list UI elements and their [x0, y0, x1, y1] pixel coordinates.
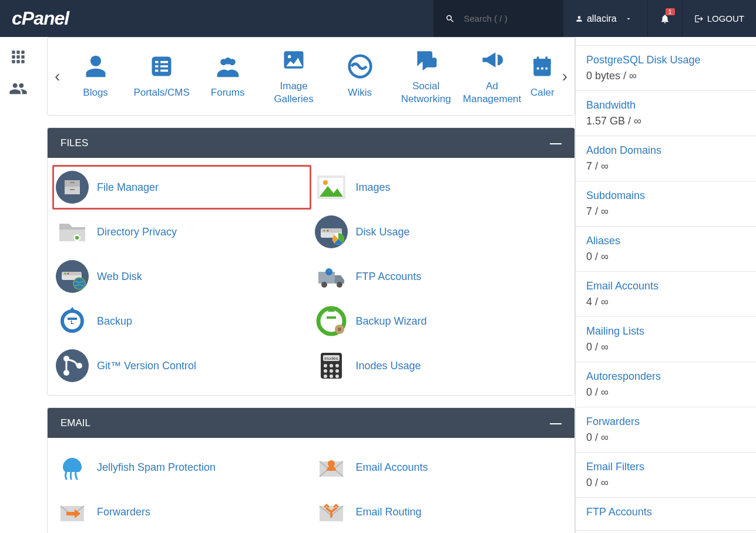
ftp-accounts-item[interactable]: FTP Accounts: [311, 254, 570, 299]
calculator-icon: inodes: [315, 349, 348, 382]
stat-autoresponders[interactable]: Autoresponders0 / ∞: [576, 362, 756, 407]
app-portals[interactable]: Portals/CMS: [129, 53, 195, 99]
svg-rect-24: [70, 189, 75, 190]
svg-point-34: [327, 230, 328, 232]
stat-ftp-accounts[interactable]: FTP Accounts: [576, 498, 756, 531]
svg-text:inodes: inodes: [324, 356, 338, 361]
svg-rect-5: [155, 70, 159, 72]
logout-icon: [694, 14, 704, 23]
svg-point-54: [338, 328, 341, 331]
carousel-next[interactable]: ›: [560, 67, 570, 86]
svg-rect-15: [537, 57, 539, 61]
image-icon: [281, 47, 307, 73]
svg-point-64: [335, 364, 339, 367]
app-calendar[interactable]: Caler: [525, 53, 560, 99]
directory-privacy-item[interactable]: Directory Privacy: [52, 210, 311, 254]
cpanel-logo[interactable]: cPanel: [12, 8, 434, 29]
refresh-clock-icon: L: [56, 305, 89, 338]
stat-mailing-lists[interactable]: Mailing Lists0 / ∞: [576, 317, 756, 362]
app-blogs[interactable]: Blogs: [62, 53, 129, 99]
file-manager-item[interactable]: File Manager: [52, 165, 311, 210]
svg-point-44: [321, 282, 327, 288]
search-icon: [445, 13, 455, 25]
files-header[interactable]: FILES —: [48, 128, 574, 158]
top-header: cPanel allacira 1 LOGOUT: [0, 0, 756, 37]
images-item[interactable]: Images: [311, 165, 570, 210]
apps-carousel: ‹ Blogs Portals/CMS Forums Image Galleri…: [47, 37, 575, 116]
search-box[interactable]: [434, 0, 563, 37]
svg-rect-17: [537, 68, 539, 70]
jellyfish-icon: [56, 451, 89, 484]
app-forums[interactable]: Forums: [194, 53, 261, 99]
stat-aliases[interactable]: Aliases0 / ∞: [576, 227, 756, 272]
svg-point-70: [335, 375, 339, 378]
forwarders-item[interactable]: Forwarders: [52, 490, 311, 533]
svg-point-55: [56, 349, 89, 382]
collapse-icon: —: [550, 136, 562, 150]
calendar-icon: [529, 53, 555, 79]
envelope-arrow-icon: [56, 495, 89, 528]
stat-email-accounts[interactable]: Email Accounts4 / ∞: [576, 272, 756, 317]
email-routing-item[interactable]: Email Routing: [311, 490, 570, 533]
stat-subdomains[interactable]: Subdomains7 / ∞: [576, 181, 756, 227]
inodes-item[interactable]: inodesInodes Usage: [311, 343, 570, 388]
server-globe-icon: [56, 260, 89, 293]
svg-rect-1: [155, 61, 159, 63]
grid-icon[interactable]: [9, 48, 28, 66]
web-disk-item[interactable]: Web Disk: [52, 254, 311, 299]
email-accounts-item[interactable]: Email Accounts: [311, 445, 570, 490]
user-menu[interactable]: allacira: [563, 0, 647, 37]
jellyfish-spam-item[interactable]: Jellyfish Spam Protection: [52, 445, 311, 490]
svg-rect-22: [65, 180, 80, 187]
stat-postgresql[interactable]: PostgreSQL Disk Usage0 bytes / ∞: [576, 46, 756, 91]
git-branch-icon: [56, 349, 89, 382]
svg-rect-23: [70, 182, 75, 183]
notifications-button[interactable]: 1: [647, 0, 682, 37]
refresh-gear-icon: [315, 305, 348, 338]
svg-point-66: [330, 369, 333, 373]
user-icon: [575, 15, 583, 23]
svg-point-39: [65, 273, 66, 275]
svg-rect-3: [155, 65, 159, 68]
backup-wizard-item[interactable]: Backup Wizard: [311, 299, 570, 343]
email-header[interactable]: EMAIL —: [48, 408, 574, 438]
picture-icon: [315, 171, 348, 204]
stat-email-filters[interactable]: Email Filters0 / ∞: [576, 453, 756, 498]
stat-forwarders[interactable]: Forwarders0 / ∞: [576, 407, 756, 453]
users-icon[interactable]: [9, 79, 28, 98]
svg-point-27: [323, 180, 328, 185]
stats-sidebar: PostgreSQL Disk Usage0 bytes / ∞ Bandwid…: [575, 37, 756, 533]
notif-badge: 1: [666, 8, 675, 15]
svg-rect-2: [160, 61, 168, 63]
username: allacira: [587, 14, 617, 24]
user-circle-icon: [83, 53, 109, 79]
git-item[interactable]: Git™ Version Control: [52, 343, 311, 388]
svg-point-56: [63, 356, 69, 362]
backup-item[interactable]: LBackup: [52, 299, 311, 343]
stat-row-cutoff: [576, 37, 756, 46]
envelope-route-icon: [315, 495, 348, 528]
main-content: ‹ Blogs Portals/CMS Forums Image Galleri…: [36, 37, 575, 533]
stat-addon-domains[interactable]: Addon Domains7 / ∞: [576, 136, 756, 181]
app-galleries[interactable]: Image Galleries: [261, 47, 327, 106]
svg-point-65: [324, 369, 327, 373]
app-wikis[interactable]: Wikis: [327, 53, 393, 99]
disk-pie-icon: [315, 215, 348, 248]
disk-usage-item[interactable]: Disk Usage: [311, 210, 570, 254]
stat-bandwidth[interactable]: Bandwidth1.57 GB / ∞: [576, 91, 756, 136]
globe-icon: [347, 53, 373, 79]
logout-button[interactable]: LOGOUT: [682, 0, 756, 37]
svg-point-63: [330, 364, 333, 367]
drawer-icon: [56, 171, 89, 204]
carousel-prev[interactable]: ‹: [52, 67, 62, 86]
svg-rect-18: [541, 68, 543, 70]
app-ads[interactable]: Ad Management: [459, 47, 525, 106]
app-social[interactable]: Social Networking: [393, 47, 459, 106]
svg-point-33: [323, 230, 325, 232]
caret-down-icon: [625, 15, 632, 22]
list-icon: [149, 53, 174, 79]
svg-rect-16: [546, 57, 548, 61]
search-input[interactable]: [463, 14, 551, 23]
svg-point-68: [324, 375, 327, 378]
svg-rect-14: [534, 59, 551, 64]
